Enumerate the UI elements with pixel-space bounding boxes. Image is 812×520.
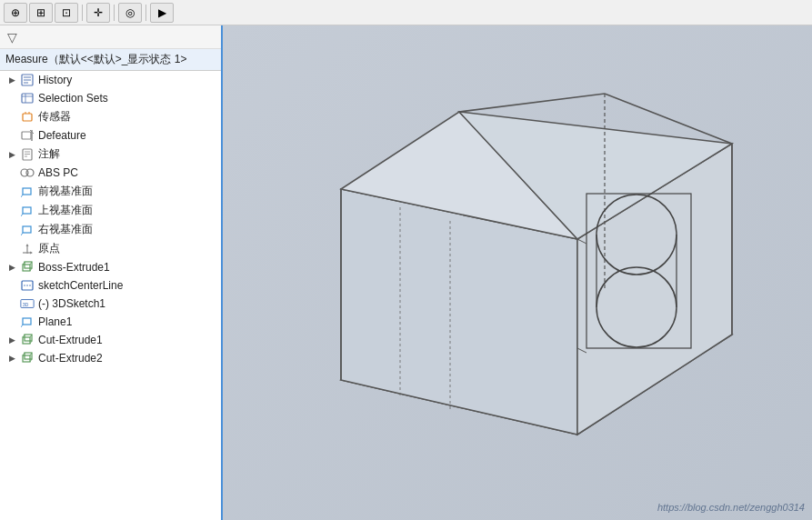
tree-item-note[interactable]: ▶ 注解 — [0, 145, 221, 164]
rotate-btn[interactable]: ⊡ — [55, 3, 78, 23]
boss-extrude1-label: Boss-Extrude1 — [38, 261, 110, 274]
front-plane-icon — [20, 185, 35, 199]
svg-rect-10 — [22, 132, 31, 139]
svg-line-22 — [21, 214, 23, 216]
svg-text:3D: 3D — [23, 302, 29, 307]
expand-btn[interactable]: ▶ — [150, 3, 174, 23]
watermark: https://blog.csdn.net/zenggh0314 — [657, 502, 805, 513]
svg-line-20 — [21, 195, 23, 197]
history-icon — [20, 73, 35, 87]
filter-icon: ▽ — [4, 29, 20, 45]
material-icon — [20, 165, 35, 180]
sidebar-resize-handle[interactable] — [217, 25, 221, 520]
filter-bar: ▽ — [0, 25, 221, 49]
3dsketch-icon: 3D — [20, 296, 35, 311]
tree-item-history[interactable]: ▶ History — [0, 71, 221, 89]
pan-btn[interactable]: ⊕ — [4, 3, 27, 23]
svg-rect-4 — [22, 94, 33, 103]
tree-item-selection-sets[interactable]: ▶ Selection Sets — [0, 89, 221, 107]
toolbar-sep-2 — [114, 5, 115, 21]
tree-item-material[interactable]: ▶ ABS PC — [0, 164, 221, 182]
tree-item-boss-extrude1[interactable]: ▶ Boss-Extrude1 — [0, 258, 221, 276]
cut-extrude2-label: Cut-Extrude2 — [38, 352, 103, 365]
tree-root[interactable]: Measure（默认<<默认>_显示状态 1> — [0, 49, 221, 71]
note-label: 注解 — [38, 146, 60, 162]
svg-line-24 — [21, 233, 23, 235]
cut-extrude1-icon — [20, 333, 35, 347]
3d-viewport[interactable]: https://blog.csdn.net/zenggh0314 — [223, 25, 812, 520]
toolbar-sep-3 — [145, 5, 146, 21]
expander-cut1: ▶ — [5, 334, 18, 346]
tree-item-cut-extrude1[interactable]: ▶ Cut-Extrude1 — [0, 331, 221, 349]
tree-item-sensor[interactable]: ▶ 传感器 — [0, 107, 221, 126]
tree-item-cut-extrude2[interactable]: ▶ Cut-Extrude2 — [0, 349, 221, 367]
cut-extrude2-icon — [20, 351, 35, 365]
defeature-icon — [20, 128, 35, 143]
history-label: History — [38, 74, 72, 86]
top-plane-icon — [20, 204, 35, 218]
feature-tree: ▽ Measure（默认<<默认>_显示状态 1> ▶ History ▶ — [0, 25, 223, 520]
svg-marker-28 — [30, 251, 33, 254]
material-label: ABS PC — [38, 166, 78, 179]
tree-item-top-plane[interactable]: ▶ 上视基准面 — [0, 201, 221, 220]
origin-icon — [20, 242, 35, 256]
tree-item-defeature[interactable]: ▶ Defeature — [0, 126, 221, 145]
main-area: ▽ Measure（默认<<默认>_显示状态 1> ▶ History ▶ — [0, 25, 812, 520]
sketch-centerline-label: sketchCenterLine — [38, 279, 123, 292]
svg-rect-13 — [23, 149, 32, 160]
plane1-icon — [20, 315, 35, 329]
note-icon — [20, 147, 35, 162]
expander-boss: ▶ — [5, 261, 18, 274]
svg-line-39 — [21, 325, 23, 327]
svg-rect-23 — [23, 226, 31, 233]
toolbar-sep-1 — [82, 5, 83, 21]
tree-item-right-plane[interactable]: ▶ 右视基准面 — [0, 220, 221, 239]
3dsketch1-label: (-) 3DSketch1 — [38, 297, 105, 310]
front-plane-label: 前视基准面 — [38, 184, 93, 199]
boss-icon — [20, 260, 35, 275]
tree-item-sketch-centerline[interactable]: ▶ sketchCenterLine — [0, 276, 221, 295]
selsets-label: Selection Sets — [38, 92, 108, 105]
right-plane-label: 右视基准面 — [38, 222, 93, 237]
top-plane-label: 上视基准面 — [38, 203, 93, 218]
sensor-label: 传感器 — [38, 109, 71, 125]
tree-item-plane1[interactable]: ▶ Plane1 — [0, 313, 221, 331]
svg-rect-19 — [23, 188, 31, 195]
origin-label: 原点 — [38, 241, 60, 256]
svg-rect-21 — [23, 207, 31, 214]
svg-rect-38 — [23, 318, 31, 325]
svg-point-18 — [26, 169, 34, 176]
defeature-label: Defeature — [38, 129, 86, 142]
sensor-icon — [20, 110, 35, 125]
tree-item-origin[interactable]: ▶ 原点 — [0, 239, 221, 258]
right-plane-icon — [20, 223, 35, 237]
expander-note: ▶ — [5, 148, 18, 161]
sketch-centerline-icon — [20, 278, 35, 293]
selsets-icon — [20, 91, 35, 105]
cut-extrude1-label: Cut-Extrude1 — [38, 334, 103, 346]
svg-rect-7 — [23, 114, 32, 121]
tree-item-3dsketch1[interactable]: ▶ 3D (-) 3DSketch1 — [0, 295, 221, 313]
zoom-btn[interactable]: ⊞ — [29, 3, 53, 23]
measure-btn[interactable]: ◎ — [118, 3, 142, 23]
main-toolbar: ⊕ ⊞ ⊡ ✛ ◎ ▶ — [0, 0, 812, 25]
section-btn[interactable]: ✛ — [86, 3, 110, 23]
svg-marker-27 — [26, 244, 29, 246]
tree-item-front-plane[interactable]: ▶ 前视基准面 — [0, 182, 221, 201]
plane1-label: Plane1 — [38, 315, 72, 328]
expander-cut2: ▶ — [5, 352, 18, 365]
expander-history: ▶ — [5, 74, 18, 86]
